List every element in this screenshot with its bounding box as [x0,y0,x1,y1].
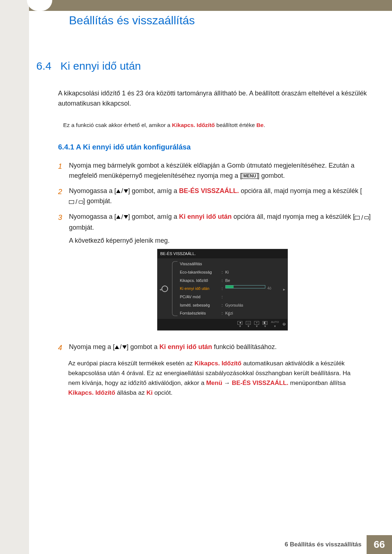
note-em: Ki [146,389,152,396]
osd-value: Ki [225,269,229,276]
note-em: Kikapcs. Időzítő [68,389,115,396]
page-number: 66 [367,535,392,554]
osd-auto-text: AUTO [271,320,279,324]
note-em: Kikapcs. Időzítő [172,122,215,128]
osd-label: Ki ennyi idő után [180,285,222,292]
osd-row: Eco-takarékosság:Ki [172,268,287,276]
osd-menu: Visszaállítás Eco-takarékosság:Ki Kikapc… [172,258,287,319]
section-intro: A kikapcsolási időzítő 1 és 23 óra közöt… [58,89,376,109]
osd-footer-btn: +▼ [254,321,259,328]
gear-icon [162,286,168,292]
osd-row: PC/AV mód: [172,293,287,301]
step-text: opcióra áll, majd nyomja meg a készülék … [239,187,362,194]
step-em: Ki ennyi idő után [159,343,212,350]
section-title: Ki ennyi idő után [60,60,141,72]
step-text: Nyomogassa a [ [69,213,116,220]
note-europe: Az európai piacra készült termékek eseté… [68,358,376,398]
note-text: . [264,122,265,128]
osd-title: BE-ÉS VISSZAÁLL. [158,249,287,258]
step-number: 2 [58,186,69,207]
step-em: Ki ennyi idő után [179,213,232,220]
note-box: Ez a funkció csak akkor érhető el, amiko… [58,117,376,134]
osd-screenshot: BE-ÉS VISSZAÁLL. ◄ ► Visszaállítás Eco-t… [157,249,288,331]
step-2: 2 Nyomogassa a [/] gombot, amíg a BE-ÉS … [58,186,376,207]
top-band [29,0,392,11]
menu-button-label: MENU [242,173,257,179]
note-text: beállított értéke [215,122,257,128]
step-body: Nyomogassa a [/] gombot, amíg a Ki ennyi… [69,212,376,337]
osd-footer-btn: ◄▼ [237,321,242,328]
osd-label: Ismétl. sebesség [180,302,222,309]
section-heading: 6.4 Ki ennyi idő után [29,60,376,72]
triangle-down-icon [124,215,128,219]
step-text: ] gombot a [127,343,159,350]
osd-footer-btn: ◧▼ [262,321,268,328]
step-body: Nyomogassa a [/] gombot, amíg a BE-ÉS VI… [69,186,376,207]
triangle-up-icon [116,215,121,219]
osd-down-arrow-icon: ▼ [227,313,230,318]
step-text: A következő képernyő jelenik meg. [69,236,376,246]
page-footer: 6 Beállítás és visszaállítás 66 [29,535,392,554]
osd-row: Kikapcs. Időzítő:Be [172,276,287,285]
osd-label: PC/AV mód [180,294,222,300]
section-number: 6.4 [36,60,59,72]
osd-slider [225,285,265,288]
step-text: Nyomja meg bármelyik gombot a készülék e… [69,162,354,179]
osd-value: Be [225,277,230,284]
enter-source-icon: / [355,213,369,223]
step-text: ] gombot, amíg a [128,187,179,194]
osd-row-highlight: Ki ennyi idő után:4ó [172,284,287,293]
enter-source-icon: / [69,197,83,207]
osd-row: Visszaállítás [172,260,287,268]
triangle-up-icon [115,345,119,349]
step-text: Nyomja meg a [ [69,343,115,350]
side-strip [0,0,29,554]
rect-icon [364,216,369,219]
step-text: ] gombját. [83,197,112,205]
note-text: állásba az [115,389,146,396]
step-text: ] gombot. [258,172,285,179]
osd-power-icon: ⏻ [282,323,285,326]
chapter-title: Beállítás és visszaállítás [69,14,195,27]
triangle-down-icon [124,189,128,193]
osd-value: Gyorsulás [225,302,244,309]
note-em: Be [256,122,264,128]
note-em: BE-ÉS VISSZAÁLL. [232,379,289,386]
rect-icon [355,216,360,219]
note-em: Kikapcs. Időzítő [195,360,241,367]
osd-label: Visszaállítás [180,260,222,267]
osd-slider-value: 4ó [268,285,271,292]
note-text: menüpontban állítsa [289,379,346,386]
osd-label: Forrásészlelés [180,310,222,317]
step-text: ] gombot, amíg a [128,213,179,220]
rect-icon [69,200,74,204]
note-text: opciót. [152,389,172,396]
step-1: 1 Nyomja meg bármelyik gombot a készülék… [58,161,376,181]
up-down-icon: / [116,186,128,196]
up-down-icon: / [115,342,127,352]
step-em: BE-ÉS VISSZAÁLL. [179,187,239,194]
step-number: 1 [58,161,69,181]
subsection-heading: 6.4.1 A Ki ennyi idő után konfigurálása [58,143,376,151]
step-list: 1 Nyomja meg bármelyik gombot a készülék… [58,161,376,353]
footer-chapter-label: 6 Beállítás és visszaállítás [285,541,362,548]
triangle-down-icon [122,345,127,349]
step-text: Nyomogassa a [ [69,187,116,194]
step-body: Nyomja meg bármelyik gombot a készülék e… [69,161,376,181]
step-number: 4 [58,342,69,353]
osd-label: Kikapcs. Időzítő [180,277,222,284]
step-text: opcióra áll, majd nyomja meg a készülék … [232,213,355,220]
step-3: 3 Nyomogassa a [/] gombot, amíg a Ki enn… [58,212,376,337]
step-body: Nyomja meg a [/] gombot a Ki ennyi idő u… [69,342,376,353]
up-down-icon: / [116,212,128,222]
note-text: Az európai piacra készült termékek eseté… [68,360,195,367]
step-4: 4 Nyomja meg a [/] gombot a Ki ennyi idő… [58,342,376,353]
step-number: 3 [58,212,69,337]
note-em: Menü [206,379,222,386]
osd-auto-label: AUTO▼ [271,320,279,329]
note-text: Ez a funkció csak akkor érhető el, amiko… [63,122,172,128]
step-text: funkció beállításához. [212,343,277,350]
osd-row: Ismétl. sebesség:Gyorsulás [172,301,287,309]
page-content: 6.4 Ki ennyi idő után A kikapcsolási idő… [29,60,392,398]
arrow-icon: → [222,379,232,386]
